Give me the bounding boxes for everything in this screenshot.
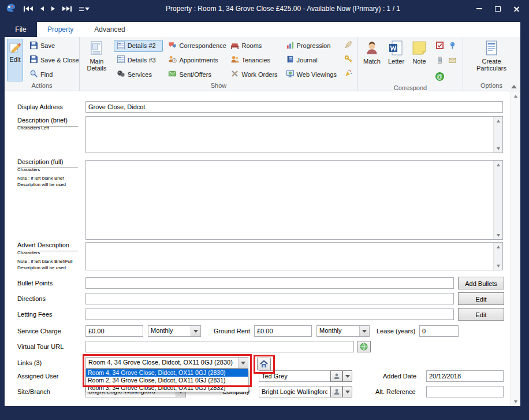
description-brief-textarea[interactable]	[85, 116, 503, 153]
minimize-button[interactable]	[476, 8, 482, 9]
journal-button[interactable]: Journal	[283, 54, 340, 66]
progression-button[interactable]: Progression	[283, 40, 340, 52]
match-button[interactable]: Match	[360, 39, 383, 84]
advert-description-text[interactable]	[86, 243, 493, 270]
record-filter-button[interactable]	[79, 7, 90, 11]
company-dropdown-button[interactable]	[342, 386, 352, 397]
chevron-down-icon[interactable]	[191, 326, 200, 336]
company-person-button[interactable]	[330, 386, 342, 397]
service-charge-input[interactable]	[85, 325, 143, 337]
collapse-ribbon-chevron[interactable]	[511, 85, 517, 88]
details-3-button[interactable]: Details #3	[114, 54, 163, 66]
scroll-up-arrow[interactable]	[494, 161, 502, 169]
letting-fees-edit-button[interactable]: Edit	[458, 308, 504, 321]
service-charge-period-select[interactable]: Monthly	[148, 325, 201, 337]
services-icon	[117, 69, 125, 79]
last-record-button[interactable]	[62, 6, 72, 12]
first-record-button[interactable]	[24, 6, 33, 12]
description-full-text[interactable]	[86, 161, 493, 239]
web-viewings-button[interactable]: Web Viewings	[283, 68, 340, 80]
description-brief-label: Description (brief)	[17, 117, 68, 124]
page-scroll-up-arrow[interactable]	[512, 92, 520, 100]
save-and-close-button[interactable]: Save & Close	[27, 54, 82, 66]
letting-fees-label: Letting Fees	[17, 311, 53, 318]
bullet-points-input[interactable]	[85, 277, 454, 289]
note-button[interactable]: Note	[409, 39, 430, 84]
ground-rent-period-select[interactable]: Monthly	[316, 325, 370, 337]
checkbox-icon[interactable]	[436, 41, 444, 51]
open-url-globe-button[interactable]	[357, 341, 371, 352]
textarea-scrollbar[interactable]	[493, 117, 502, 153]
added-date-input[interactable]	[426, 370, 504, 382]
tab-file[interactable]: File	[5, 22, 37, 37]
scroll-up-arrow[interactable]	[494, 117, 502, 125]
links-option[interactable]: Room 3, 34 Grove Close, Didcot, OX11 0GJ…	[86, 384, 248, 392]
floppy-disk-icon	[29, 55, 38, 65]
form-icon	[117, 41, 125, 51]
previous-record-button[interactable]	[40, 6, 44, 11]
textarea-scrollbar[interactable]	[493, 161, 502, 239]
display-address-input[interactable]	[85, 101, 503, 113]
correspondence-button[interactable]: Correspondence	[165, 40, 225, 52]
ground-rent-input[interactable]	[254, 325, 312, 337]
details-2-button[interactable]: Details #2	[114, 40, 163, 52]
directions-edit-button[interactable]: Edit	[458, 292, 504, 305]
find-button[interactable]: Find	[27, 68, 82, 80]
advert-description-textarea[interactable]	[85, 242, 503, 270]
assigned-user-dropdown-button[interactable]	[342, 370, 352, 382]
letter-button[interactable]: Letter	[385, 39, 408, 84]
tab-property[interactable]: Property	[37, 22, 84, 37]
alt-reference-input[interactable]	[426, 386, 504, 397]
virtual-tour-url-input[interactable]	[85, 341, 354, 352]
map-pin-icon[interactable]	[449, 41, 456, 51]
celebration-icon[interactable]	[344, 69, 352, 80]
company-input[interactable]	[259, 386, 330, 397]
open-linked-property-house-button[interactable]	[257, 358, 271, 370]
advert-description-note: Note : if left blank Brief/Full Descript…	[17, 259, 77, 272]
letting-fees-input[interactable]	[85, 309, 454, 320]
links-select[interactable]: Room 4, 34 Grove Close, Didcot, OX11 0GJ…	[85, 357, 248, 369]
email-at-icon[interactable]: @	[435, 72, 444, 81]
assigned-user-person-button[interactable]	[330, 370, 342, 382]
service-charge-label: Service Charge	[17, 328, 61, 334]
main-details-button[interactable]: Main Details	[82, 39, 111, 81]
chevron-down-icon[interactable]	[238, 358, 248, 368]
particulars-document-icon	[484, 40, 499, 57]
create-particulars-button[interactable]: Create Particulars	[471, 39, 512, 81]
work-orders-button[interactable]: Work Orders	[228, 68, 280, 80]
services-button[interactable]: Services	[114, 68, 163, 80]
page-scrollbar[interactable]	[511, 91, 520, 406]
scroll-down-arrow[interactable]	[494, 231, 502, 239]
assigned-user-input[interactable]	[259, 370, 330, 382]
envelope-small-icon[interactable]	[449, 56, 456, 66]
appointments-button[interactable]: Appointments	[165, 54, 225, 66]
links-option[interactable]: Room 4, 34 Grove Close, Didcot, OX11 0GJ…	[86, 369, 248, 377]
tab-advanced[interactable]: Advanced	[84, 22, 135, 37]
person-portrait-icon	[364, 40, 379, 57]
quill-icon[interactable]	[344, 40, 352, 51]
details-3-label: Details #3	[128, 57, 156, 64]
scroll-up-arrow[interactable]	[494, 243, 502, 251]
close-button[interactable]	[513, 6, 520, 12]
maximize-button[interactable]	[495, 6, 501, 12]
description-full-textarea[interactable]	[85, 160, 503, 240]
chevron-down-icon[interactable]	[359, 326, 369, 336]
save-button[interactable]: Save	[27, 40, 82, 52]
rooms-button[interactable]: Rooms	[228, 40, 280, 52]
sent-offers-button[interactable]: Sent/Offers	[165, 68, 225, 80]
directions-input[interactable]	[85, 293, 454, 304]
page-scroll-down-arrow[interactable]	[512, 397, 520, 406]
description-brief-text[interactable]	[86, 117, 493, 153]
edit-button[interactable]: Edit	[7, 39, 23, 81]
window-title: Property : Room 1, 34 Grove Close £425.0…	[90, 5, 476, 13]
phone-icon[interactable]	[436, 56, 444, 66]
links-option[interactable]: Room 2, 34 Grove Close, Didcot, OX11 0GJ…	[86, 377, 248, 384]
lease-years-input[interactable]	[419, 325, 459, 337]
scroll-down-arrow[interactable]	[494, 144, 502, 153]
textarea-scrollbar[interactable]	[493, 243, 502, 270]
tenancies-button[interactable]: Tenancies	[228, 54, 280, 66]
add-bullets-button[interactable]: Add Bullets	[458, 277, 504, 289]
scroll-down-arrow[interactable]	[494, 262, 502, 270]
key-icon[interactable]	[344, 55, 352, 65]
next-record-button[interactable]	[51, 6, 55, 11]
